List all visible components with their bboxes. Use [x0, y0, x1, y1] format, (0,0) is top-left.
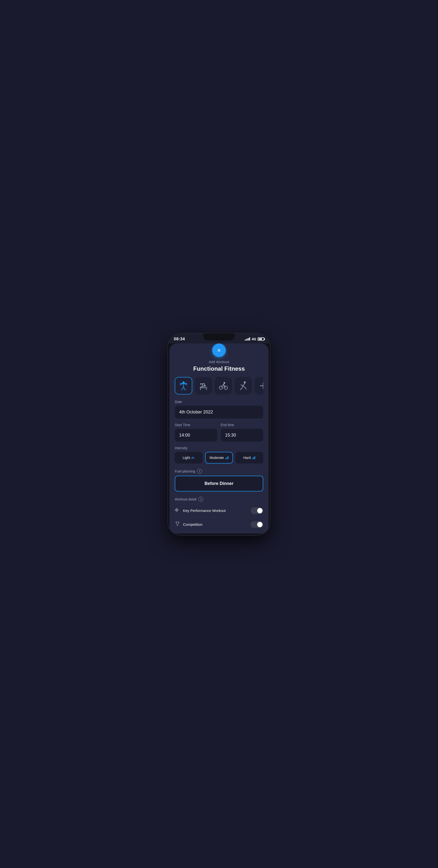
moderate-bar-icon: [225, 456, 228, 459]
end-time-col: End time: [221, 423, 263, 442]
close-btn-wrapper: ×: [169, 343, 269, 357]
svg-line-27: [240, 388, 242, 390]
start-time-input[interactable]: [175, 429, 217, 442]
status-time: 08:34: [174, 337, 185, 342]
status-right-icons: 4G: [245, 337, 264, 341]
kpw-label: Key Performance Workout: [183, 508, 226, 513]
phone-frame: 08:34 4G × Add Workout: [168, 333, 270, 535]
kpw-toggle[interactable]: [251, 507, 263, 514]
intensity-btn-moderate[interactable]: Moderate: [205, 452, 233, 464]
end-time-input[interactable]: [221, 429, 263, 442]
kpw-toggle-knob: [257, 508, 262, 514]
start-time-label: Start Time: [175, 423, 217, 427]
competition-toggle[interactable]: [251, 521, 263, 528]
svg-rect-8: [200, 388, 201, 390]
intensity-label-moderate: Moderate: [210, 456, 224, 460]
svg-point-21: [224, 382, 225, 383]
workout-detail-section: Workout detail i: [175, 497, 263, 532]
svg-rect-7: [199, 387, 207, 388]
intensity-label-light: Light: [183, 456, 190, 460]
intensity-label: Intensity: [175, 446, 263, 450]
intensity-label-hard: Hard: [243, 456, 251, 460]
trophy-icon: [175, 521, 180, 528]
svg-rect-35: [177, 508, 178, 512]
competition-label: Competition: [183, 522, 202, 526]
activity-btn-cycling[interactable]: [215, 377, 232, 395]
light-bar-icon: [191, 457, 195, 459]
signal-icon: [245, 337, 250, 341]
network-label: 4G: [252, 337, 256, 341]
close-icon: ×: [217, 347, 221, 353]
page-subtitle: Add Workout: [175, 360, 263, 364]
workout-detail-info-icon[interactable]: i: [198, 497, 203, 502]
page-title: Functional Fitness: [175, 365, 263, 372]
notch: [203, 333, 235, 341]
form-area: Add Workout Functional Fitness: [169, 357, 269, 533]
screen-content: × Add Workout Functional Fitness: [169, 343, 269, 533]
fuel-planning-section: Fuel planning i Before Dinner: [175, 469, 263, 492]
svg-rect-33: [176, 508, 176, 512]
intensity-btn-light[interactable]: Light: [175, 452, 203, 464]
hard-bar-icon: [252, 456, 255, 459]
activity-btn-functional[interactable]: [175, 377, 192, 395]
svg-line-25: [241, 385, 243, 386]
svg-rect-32: [175, 509, 176, 511]
activity-type-row: [175, 377, 263, 395]
kpw-icon: [175, 507, 180, 514]
competition-toggle-left: Competition: [175, 521, 202, 528]
svg-rect-36: [178, 509, 179, 511]
end-time-label: End time: [221, 423, 263, 427]
svg-rect-14: [200, 383, 201, 385]
date-input[interactable]: [175, 406, 263, 418]
svg-point-10: [204, 385, 206, 386]
intensity-btn-hard[interactable]: Hard: [235, 452, 263, 464]
start-time-col: Start Time: [175, 423, 217, 442]
svg-line-5: [182, 387, 184, 390]
svg-line-6: [184, 387, 185, 390]
svg-point-17: [224, 386, 227, 390]
close-button[interactable]: ×: [212, 343, 226, 357]
svg-line-29: [245, 387, 246, 389]
kpw-toggle-left: Key Performance Workout: [175, 507, 226, 514]
fuel-info-icon[interactable]: i: [197, 469, 202, 474]
svg-rect-9: [206, 388, 207, 390]
svg-rect-15: [204, 383, 205, 385]
svg-line-26: [242, 386, 243, 388]
date-label: Date: [175, 400, 263, 404]
activity-btn-gym[interactable]: [195, 377, 212, 395]
svg-line-22: [223, 384, 224, 384]
kpw-toggle-row: Key Performance Workout: [175, 504, 263, 518]
time-row: Start Time End time: [175, 423, 263, 442]
svg-line-24: [243, 383, 245, 386]
workout-detail-label-row: Workout detail i: [175, 497, 263, 502]
svg-line-28: [243, 386, 245, 387]
competition-toggle-knob: [257, 522, 262, 527]
fuel-selector-btn[interactable]: Before Dinner: [175, 476, 263, 492]
svg-rect-34: [177, 508, 177, 512]
intensity-row: Light Moderate Hard: [175, 452, 263, 464]
workout-detail-label: Workout detail: [175, 497, 196, 501]
activity-btn-running[interactable]: [234, 377, 252, 395]
activity-btn-add[interactable]: [254, 377, 263, 395]
fuel-label: Fuel planning: [175, 469, 195, 473]
fuel-label-row: Fuel planning i: [175, 469, 263, 474]
battery-icon: [258, 337, 264, 341]
competition-toggle-row: Competition: [175, 518, 263, 531]
